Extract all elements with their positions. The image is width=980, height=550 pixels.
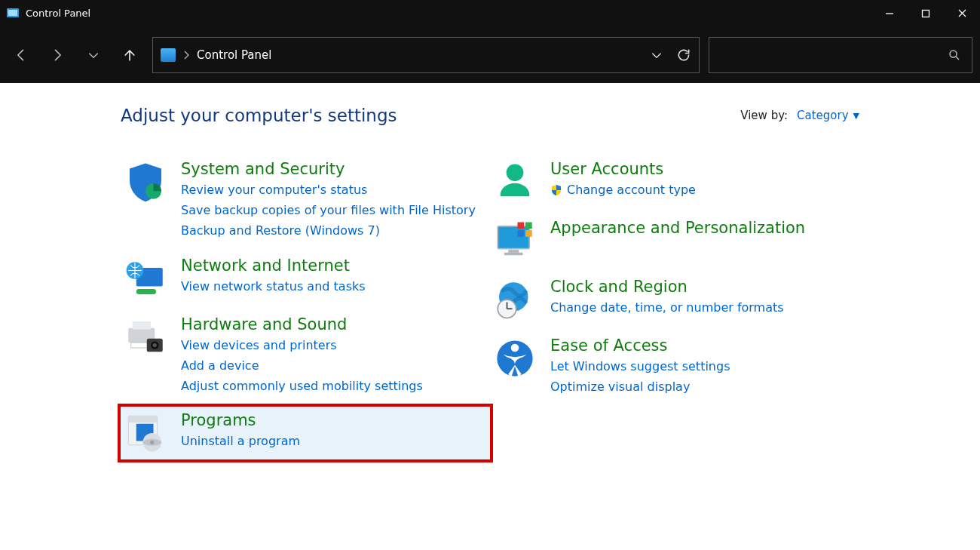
category-title[interactable]: Programs <box>181 411 300 429</box>
category-title[interactable]: Network and Internet <box>181 257 366 275</box>
categories-right-column: User Accounts Change account type <box>490 155 859 459</box>
globe-clock-icon <box>493 278 537 321</box>
svg-point-38 <box>511 344 519 352</box>
up-button[interactable] <box>116 41 143 69</box>
svg-point-6 <box>950 51 957 57</box>
view-by-control: View by: Category ▼ <box>740 109 859 122</box>
user-icon <box>493 160 537 204</box>
back-button[interactable] <box>8 41 35 69</box>
category-title[interactable]: User Accounts <box>550 160 696 178</box>
category-clock-region[interactable]: Clock and Region Change date, time, or n… <box>490 273 859 326</box>
svg-rect-27 <box>508 250 519 253</box>
chevron-down-icon: ▼ <box>853 111 859 121</box>
category-link[interactable]: Add a device <box>181 355 423 376</box>
svg-rect-32 <box>525 230 532 237</box>
category-appearance-personalization[interactable]: Appearance and Personalization <box>490 214 859 267</box>
category-user-accounts[interactable]: User Accounts Change account type <box>490 155 859 208</box>
globe-monitor-icon <box>124 257 167 300</box>
svg-rect-19 <box>128 416 158 422</box>
view-by-value: Category <box>797 109 849 122</box>
categories-left-column: System and Security Review your computer… <box>121 155 490 459</box>
category-link[interactable]: Review your computer's status <box>181 180 476 200</box>
category-title[interactable]: Ease of Access <box>550 336 730 355</box>
breadcrumb[interactable]: Control Panel <box>197 48 271 62</box>
category-title[interactable]: Hardware and Sound <box>181 315 423 333</box>
forward-button[interactable] <box>44 41 71 69</box>
category-link-text: Change account type <box>567 180 696 200</box>
address-dropdown-button[interactable] <box>651 49 663 61</box>
window-controls <box>871 0 980 26</box>
category-link[interactable]: Let Windows suggest settings <box>550 356 730 376</box>
view-by-dropdown[interactable]: Category ▼ <box>797 109 859 122</box>
category-hardware-sound[interactable]: Hardware and Sound View devices and prin… <box>121 311 490 401</box>
svg-point-23 <box>150 441 154 444</box>
titlebar-left: Control Panel <box>6 7 90 20</box>
svg-rect-11 <box>136 289 156 294</box>
control-panel-icon <box>161 48 176 62</box>
category-link[interactable]: Save backup copies of your files with Fi… <box>181 200 476 220</box>
search-input[interactable] <box>709 37 972 73</box>
category-link[interactable]: View devices and printers <box>181 335 423 355</box>
svg-rect-13 <box>133 321 152 330</box>
category-network-internet[interactable]: Network and Internet View network status… <box>121 252 490 305</box>
svg-rect-25 <box>498 226 529 249</box>
view-by-label: View by: <box>740 109 788 122</box>
content-header: Adjust your computer's settings View by:… <box>121 106 859 125</box>
category-link[interactable]: Change date, time, or number formats <box>550 297 784 318</box>
svg-rect-28 <box>504 253 523 256</box>
category-link[interactable]: Change account type <box>550 180 696 200</box>
refresh-button[interactable] <box>676 48 691 63</box>
svg-point-24 <box>507 164 524 181</box>
control-panel-app-icon <box>6 7 20 20</box>
category-title[interactable]: Clock and Region <box>550 278 784 296</box>
svg-line-7 <box>956 57 959 60</box>
search-icon <box>948 48 961 62</box>
category-title[interactable]: System and Security <box>181 160 476 178</box>
svg-rect-3 <box>923 10 929 17</box>
page-title: Adjust your computer's settings <box>121 106 397 125</box>
category-link[interactable]: Optimize visual display <box>550 376 730 397</box>
maximize-button[interactable] <box>908 0 944 26</box>
window-title: Control Panel <box>26 8 90 19</box>
svg-rect-30 <box>525 223 532 229</box>
recent-locations-button[interactable] <box>80 41 107 69</box>
printer-camera-icon <box>124 315 167 359</box>
address-bar[interactable]: Control Panel <box>152 37 700 73</box>
category-system-security[interactable]: System and Security Review your computer… <box>121 155 490 246</box>
accessibility-icon <box>493 336 537 380</box>
category-link[interactable]: Adjust commonly used mobility settings <box>181 376 423 396</box>
svg-point-17 <box>153 343 157 346</box>
programs-icon <box>124 411 167 455</box>
navbar: Control Panel <box>0 26 980 83</box>
titlebar: Control Panel <box>0 0 980 26</box>
category-ease-of-access[interactable]: Ease of Access Let Windows suggest setti… <box>490 332 859 401</box>
svg-rect-1 <box>8 10 17 16</box>
category-programs[interactable]: Programs Uninstall a program <box>121 407 490 459</box>
category-link[interactable]: Uninstall a program <box>181 431 300 451</box>
shield-icon <box>124 160 167 204</box>
uac-shield-icon <box>550 184 562 196</box>
breadcrumb-separator-icon <box>183 51 189 60</box>
category-link[interactable]: Backup and Restore (Windows 7) <box>181 220 476 241</box>
category-title[interactable]: Appearance and Personalization <box>550 219 805 237</box>
content-area: Adjust your computer's settings View by:… <box>0 83 980 459</box>
category-link[interactable]: View network status and tasks <box>181 276 366 297</box>
close-button[interactable] <box>944 0 980 26</box>
svg-rect-29 <box>518 223 525 229</box>
monitor-tiles-icon <box>493 219 537 263</box>
svg-rect-31 <box>518 230 525 237</box>
minimize-button[interactable] <box>871 0 908 26</box>
